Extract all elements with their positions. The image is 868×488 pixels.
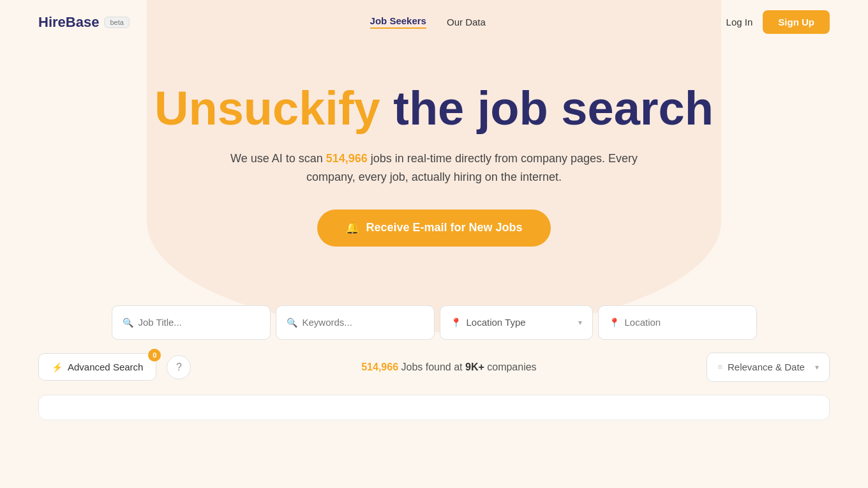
job-title-search-icon: 🔍	[123, 317, 133, 328]
hero-title: Unsuckify the job search	[13, 82, 855, 134]
location-input[interactable]	[625, 317, 746, 328]
location-type-dropdown-arrow: ▾	[578, 318, 582, 327]
search-section: 🔍 🔍 📍 Location Type Remote On-site Hybri…	[0, 303, 868, 342]
keywords-input[interactable]	[303, 317, 424, 328]
location-search-icon: 📍	[609, 317, 620, 328]
sort-select[interactable]: Relevance & Date Date Relevance	[728, 362, 805, 372]
subtitle-prefix: We use AI to scan	[230, 152, 326, 165]
results-area	[38, 395, 830, 420]
hero-subtitle: We use AI to scan 514,966 jobs in real-t…	[230, 149, 638, 187]
hero-title-dark: the job search	[393, 82, 714, 135]
jobs-label-suffix: companies	[484, 362, 537, 372]
logo-base: Base	[66, 14, 100, 30]
location-type-wrapper: 📍 Location Type Remote On-site Hybrid ▾	[440, 305, 593, 340]
logo-text: HireBase	[38, 14, 99, 31]
job-title-input[interactable]	[138, 317, 260, 328]
bell-icon: 🔔	[345, 221, 359, 235]
nav-links: Job Seekers Our Data	[370, 15, 486, 29]
results-count-text: 514,966 Jobs found at 9K+ companies	[201, 362, 696, 373]
advanced-search-label: Advanced Search	[68, 362, 143, 372]
advanced-search-badge: 0	[148, 349, 161, 362]
hero-section: Unsuckify the job search We use AI to sc…	[0, 44, 868, 303]
help-button[interactable]: ?	[167, 355, 191, 379]
logo-hire: Hire	[38, 14, 66, 30]
beta-badge: beta	[104, 17, 129, 28]
location-input-wrapper: 📍	[598, 305, 757, 340]
nav-our-data[interactable]: Our Data	[447, 17, 486, 27]
sort-icon: ≡	[717, 362, 722, 372]
jobs-count: 514,966	[361, 362, 398, 372]
lightning-icon: ⚡	[52, 362, 63, 372]
logo-area: HireBase beta	[38, 14, 130, 31]
sort-wrapper: ≡ Relevance & Date Date Relevance ▾	[707, 353, 830, 382]
advanced-search-button[interactable]: ⚡ Advanced Search 0	[38, 353, 156, 381]
help-icon: ?	[176, 362, 182, 373]
nav-actions: Log In Sign Up	[726, 10, 830, 34]
sort-dropdown-arrow: ▾	[815, 363, 819, 372]
keywords-input-wrapper: 🔍	[276, 305, 435, 340]
hero-title-highlight: Unsuckify	[154, 82, 380, 135]
subtitle-count: 514,966	[326, 152, 368, 165]
navbar: HireBase beta Job Seekers Our Data Log I…	[0, 0, 868, 44]
job-title-input-wrapper: 🔍	[112, 305, 271, 340]
companies-count: 9K+	[465, 362, 484, 372]
action-row: ⚡ Advanced Search 0 ? 514,966 Jobs found…	[0, 353, 868, 382]
login-button[interactable]: Log In	[726, 17, 753, 27]
signup-button[interactable]: Sign Up	[763, 10, 830, 34]
location-type-select[interactable]: Location Type Remote On-site Hybrid	[467, 317, 573, 328]
jobs-label-prefix: Jobs found at	[401, 362, 465, 372]
keywords-search-icon: 🔍	[287, 317, 297, 328]
nav-job-seekers[interactable]: Job Seekers	[370, 15, 426, 29]
location-type-icon: 📍	[451, 317, 461, 328]
cta-label: Receive E-mail for New Jobs	[366, 221, 522, 234]
cta-email-button[interactable]: 🔔 Receive E-mail for New Jobs	[317, 210, 550, 247]
